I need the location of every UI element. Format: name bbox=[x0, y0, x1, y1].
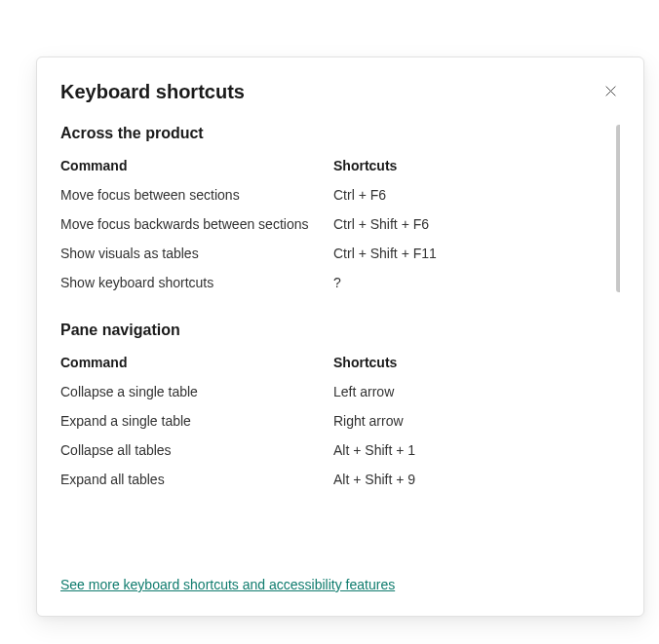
table-header-row: Command Shortcuts bbox=[60, 355, 620, 370]
command-cell: Expand a single table bbox=[60, 413, 333, 429]
shortcut-cell: Left arrow bbox=[333, 384, 620, 399]
command-cell: Collapse all tables bbox=[60, 442, 333, 458]
scrollbar-thumb[interactable] bbox=[616, 125, 620, 292]
command-cell: Move focus backwards between sections bbox=[60, 216, 333, 232]
dialog-title: Keyboard shortcuts bbox=[60, 81, 245, 103]
header-command: Command bbox=[60, 158, 333, 173]
shortcut-cell: Ctrl + F6 bbox=[333, 187, 620, 203]
dialog-content[interactable]: Across the product Command Shortcuts Mov… bbox=[60, 125, 620, 569]
shortcut-cell: Alt + Shift + 9 bbox=[333, 472, 620, 487]
shortcut-cell: Ctrl + Shift + F11 bbox=[333, 246, 620, 261]
section-title: Pane navigation bbox=[60, 322, 620, 339]
shortcut-table: Command Shortcuts Collapse a single tabl… bbox=[60, 355, 620, 487]
table-row: Show visuals as tables Ctrl + Shift + F1… bbox=[60, 246, 620, 261]
keyboard-shortcuts-dialog: Keyboard shortcuts Across the product Co… bbox=[36, 57, 644, 617]
command-cell: Collapse a single table bbox=[60, 384, 333, 399]
shortcut-cell: Right arrow bbox=[333, 413, 620, 429]
command-cell: Show keyboard shortcuts bbox=[60, 275, 333, 290]
table-row: Expand all tables Alt + Shift + 9 bbox=[60, 472, 620, 487]
section-title: Across the product bbox=[60, 125, 620, 142]
table-row: Move focus backwards between sections Ct… bbox=[60, 216, 620, 232]
more-shortcuts-link[interactable]: See more keyboard shortcuts and accessib… bbox=[60, 577, 620, 592]
shortcut-cell: ? bbox=[333, 275, 620, 290]
table-header-row: Command Shortcuts bbox=[60, 158, 620, 173]
table-row: Show keyboard shortcuts ? bbox=[60, 275, 620, 290]
table-row: Expand a single table Right arrow bbox=[60, 413, 620, 429]
command-cell: Expand all tables bbox=[60, 472, 333, 487]
shortcut-cell: Ctrl + Shift + F6 bbox=[333, 216, 620, 232]
section-across-product: Across the product Command Shortcuts Mov… bbox=[60, 125, 620, 290]
header-shortcuts: Shortcuts bbox=[333, 158, 620, 173]
command-cell: Show visuals as tables bbox=[60, 246, 333, 261]
close-icon bbox=[604, 85, 617, 97]
table-row: Collapse a single table Left arrow bbox=[60, 384, 620, 399]
close-button[interactable] bbox=[601, 81, 620, 100]
header-command: Command bbox=[60, 355, 333, 370]
dialog-header: Keyboard shortcuts bbox=[60, 81, 620, 103]
shortcut-table: Command Shortcuts Move focus between sec… bbox=[60, 158, 620, 290]
command-cell: Move focus between sections bbox=[60, 187, 333, 203]
content-wrapper: Across the product Command Shortcuts Mov… bbox=[60, 125, 620, 569]
header-shortcuts: Shortcuts bbox=[333, 355, 620, 370]
table-row: Collapse all tables Alt + Shift + 1 bbox=[60, 442, 620, 458]
table-row: Move focus between sections Ctrl + F6 bbox=[60, 187, 620, 203]
shortcut-cell: Alt + Shift + 1 bbox=[333, 442, 620, 458]
section-pane-navigation: Pane navigation Command Shortcuts Collap… bbox=[60, 322, 620, 487]
